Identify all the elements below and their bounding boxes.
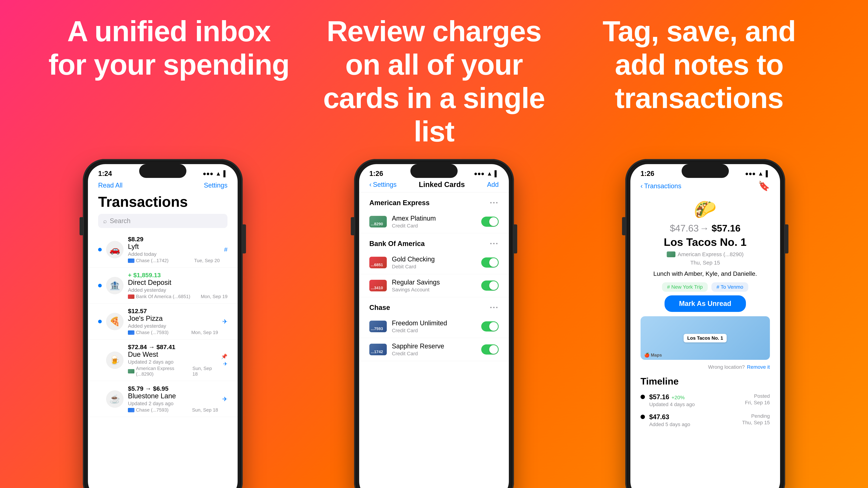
card-toggle-boa-save[interactable] [481,281,499,291]
phone-2: 1:26 ●●● ▲ ▌ ‹ Settings Linked Cards Add [354,159,514,488]
transaction-list: 🚗 $8.29 Lyft Added today Chase (...1742)… [88,232,238,417]
card-last4: ...7593 [371,326,383,331]
read-all-button[interactable]: Read All [98,182,122,189]
tx-right: ✈ [222,395,227,403]
card-flag [128,294,134,299]
timeline-date: Fri, Sep 16 [745,400,770,405]
card-type: Savings Account [392,287,476,293]
transactions-back-button[interactable]: ‹ Transactions [641,182,681,190]
status-icons-3: ●●● ▲ ▌ [745,170,770,177]
transaction-item[interactable]: 🍕 $12.57 Joe's Pizza Added yesterday Cha… [88,303,238,339]
dynamic-island-3 [682,164,729,178]
tx-card-text: Chase (...7593) [136,407,168,413]
nav-back-label: Transactions [644,182,681,190]
section-menu-chase[interactable]: ··· [490,303,499,312]
timeline-section: Timeline $57.16 +20% Updated 4 days ago … [630,373,780,430]
card-type: Credit Card [392,328,476,333]
card-toggle-amex[interactable] [481,217,499,227]
phone2-navbar: ‹ Settings Linked Cards Add [359,178,509,192]
phone3-content: ‹ Transactions 🔖 🌮 $47.63 → $57.16 Los T… [630,178,780,488]
timeline-status: Posted [745,393,770,399]
amount-to: $57.16 [712,223,741,233]
card-toggle-boa-check[interactable] [481,257,499,268]
wifi-icon: ▲ [758,170,764,177]
transaction-item[interactable]: 🚗 $8.29 Lyft Added today Chase (...1742)… [88,232,238,268]
tx-right: 📌 ✈ [221,354,227,367]
card-row: American Express (...8290) [630,250,780,259]
transaction-item[interactable]: 🏦 + $1,859.13 Direct Deposit Added yeste… [88,268,238,303]
card-item-chase-freedom[interactable]: ...7593 Freedom Unlimited Credit Card [359,315,509,338]
timeline-right: Posted Fri, Sep 16 [745,393,770,408]
card-toggle-chase-saph[interactable] [481,345,499,355]
section-menu-boa[interactable]: ··· [490,239,499,248]
card-item-amex-platinum[interactable]: ...8290 Amex Platinum Credit Card [359,210,509,233]
map-container[interactable]: Los Tacos No. 1 🍎 Maps [641,316,770,360]
phones-row: 1:24 ●●● ▲ ▌ Read All Settings Transacti… [0,159,868,488]
unread-dot [98,320,102,323]
merchant-emoji: 🌮 [630,195,780,222]
tag-new-york-trip[interactable]: # New York Trip [662,282,708,292]
transaction-item[interactable]: 🍺 $72.84 → $87.41 Due West Updated 2 day… [88,339,238,381]
transaction-item[interactable]: ☕ $5.79 → $6.95 Bluestone Lane Updated 2… [88,381,238,417]
tx-info: + $1,859.13 Direct Deposit Added yesterd… [128,271,227,299]
phone3-navbar: ‹ Transactions 🔖 [630,178,780,195]
phone1-content: Read All Settings Transactions ⌕ Search … [88,178,238,488]
search-placeholder-text: Search [110,217,130,225]
tx-amount: $5.79 → $6.95 [128,385,218,392]
battery-icon: ▌ [223,170,228,177]
tx-sub: Added yesterday [128,323,218,329]
card-toggle-chase-free[interactable] [481,321,499,331]
card-thumb-amex: ...8290 [369,216,387,227]
tx-card-text: American Express (...8290) [136,366,189,377]
card-info: Gold Checking Debit Card [392,255,476,270]
tag-to-venmo[interactable]: # To Venmo [711,282,748,292]
card-item-boa-checking[interactable]: ...6851 Gold Checking Debit Card [359,251,509,274]
tx-badge-hash: # [224,246,227,253]
timeline-dot [641,415,645,419]
card-last4: ...8290 [371,222,383,226]
add-card-button[interactable]: Add [487,181,499,189]
tx-info: $12.57 Joe's Pizza Added yesterday Chase… [128,307,218,335]
card-thumb-chase-saph: ...1742 [369,344,387,355]
dynamic-island-2 [410,164,458,178]
tx-badge-arrow3: ✈ [222,395,227,403]
card-type: Credit Card [392,351,476,357]
search-bar[interactable]: ⌕ Search [98,214,227,228]
tx-amount: + $1,859.13 [128,271,227,279]
timeline-amount: $57.16 [649,393,669,401]
tx-sub: Updated 2 days ago [128,359,217,365]
tx-card-text: Bank Of America (...6851) [136,294,190,299]
card-thumb-boa-check: ...6851 [369,257,387,268]
timeline-status: Pending [742,413,770,419]
card-last4: ...6851 [371,262,383,267]
header-row: A unified inbox for your spending Review… [0,0,868,159]
headline-1: A unified inbox for your spending [47,14,290,82]
tx-date: Mon, Sep 19 [191,330,218,335]
signal-icon: ●●● [745,170,755,177]
phone-2-screen: 1:26 ●●● ▲ ▌ ‹ Settings Linked Cards Add [359,164,509,488]
card-name: Freedom Unlimited [392,319,476,327]
settings-back-button[interactable]: ‹ Settings [369,181,397,189]
card-item-chase-sapphire[interactable]: ...1742 Sapphire Reserve Credit Card [359,338,509,361]
card-item-boa-savings[interactable]: ...3410 Regular Savings Savings Account [359,274,509,297]
phone2-content: ‹ Settings Linked Cards Add American Exp… [359,178,509,488]
timeline-item-2: $47.63 Added 5 days ago Pending Thu, Sep… [641,410,770,430]
section-name-chase: Chase [369,304,390,312]
card-last4: ...1742 [371,350,383,354]
section-header-chase: Chase ··· [359,297,509,315]
status-icons-2: ●●● ▲ ▌ [474,170,499,177]
timeline-content: $47.63 Added 5 days ago [649,413,738,427]
tx-info: $72.84 → $87.41 Due West Updated 2 days … [128,344,217,377]
timeline-amount: $47.63 [649,413,669,421]
merchant-name: Los Tacos No. 1 [630,234,780,250]
bookmark-icon[interactable]: 🔖 [758,181,770,192]
section-menu-amex[interactable]: ··· [490,198,499,207]
remove-location-link[interactable]: Remove it [747,364,770,370]
timeline-sub: Added 5 days ago [649,422,738,427]
mark-as-unread-button[interactable]: Mark As Unread [664,295,746,312]
settings-link[interactable]: Settings [204,182,227,189]
header-col-2: Review charges on all of your cards in a… [301,14,566,148]
tx-meta: Chase (...1742) Tue, Sep 20 [128,258,220,263]
chevron-left-icon: ‹ [369,181,372,189]
section-header-boa: Bank Of America ··· [359,233,509,251]
